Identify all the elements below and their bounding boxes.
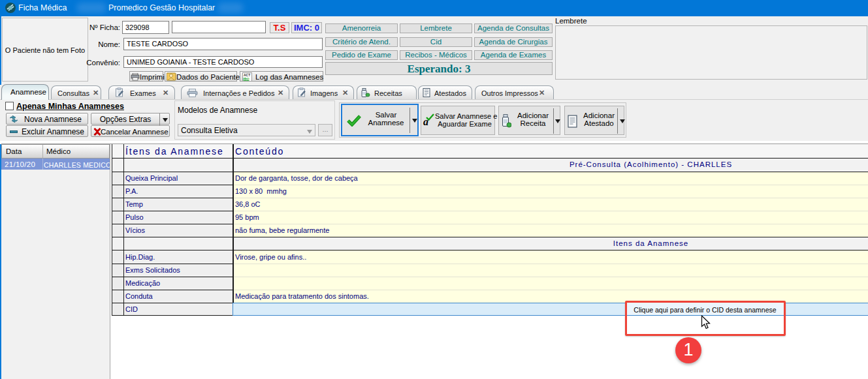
svg-text:ACT: ACT	[244, 73, 250, 77]
svg-text:LOG: LOG	[244, 78, 250, 81]
